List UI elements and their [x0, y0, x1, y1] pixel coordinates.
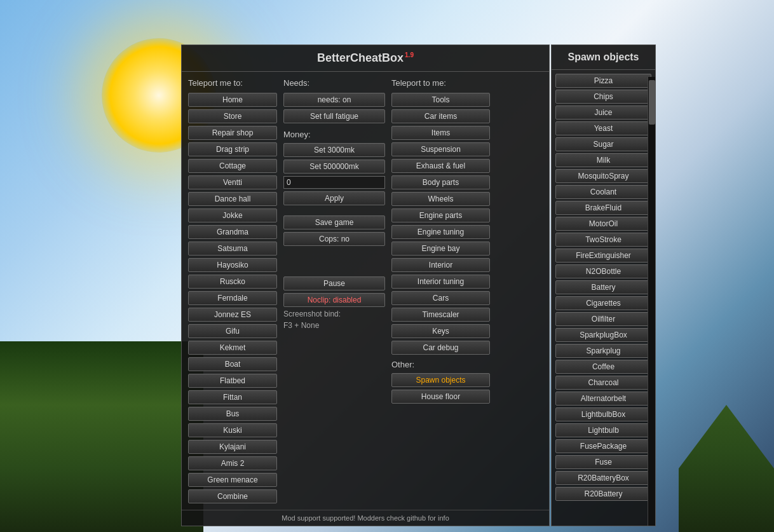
spawn-r20batterybox-btn[interactable]: R20BatteryBox [555, 471, 651, 485]
spawn-yeast-btn[interactable]: Yeast [555, 121, 651, 135]
teleport-ventti-btn[interactable]: Ventti [188, 175, 277, 189]
teleport-jokke-btn[interactable]: Jokke [188, 208, 277, 222]
teleport-kekmet-btn[interactable]: Kekmet [188, 341, 277, 355]
spawn-battery-btn[interactable]: Battery [555, 280, 651, 294]
footer-text: Mod support supported! Modders check git… [282, 514, 449, 522]
spawn-brakefluid-btn[interactable]: BrakeFluid [555, 201, 651, 215]
teleport-keys-btn[interactable]: Keys [391, 324, 490, 338]
spawn-milk-btn[interactable]: Milk [555, 153, 651, 167]
spawn-pizza-btn[interactable]: Pizza [555, 74, 651, 88]
set-500000mk-btn[interactable]: Set 500000mk [283, 160, 385, 174]
teleport-cottage-btn[interactable]: Cottage [188, 159, 277, 173]
teleport-kylajani-btn[interactable]: Kylajani [188, 440, 277, 454]
teleport-tools-btn[interactable]: Tools [391, 93, 490, 107]
teleport-me-label: Teleport to me: [391, 78, 490, 88]
main-container: BetterCheatBox1.9 Teleport me to: Home S… [181, 44, 656, 526]
noclip-btn[interactable]: Noclip: disabled [283, 293, 385, 307]
teleport-interiortuning-btn[interactable]: Interior tuning [391, 275, 490, 289]
spawn-sparkplugbox-btn[interactable]: SparkplugBox [555, 328, 651, 342]
teleport-store-btn[interactable]: Store [188, 109, 277, 123]
money-label: Money: [283, 130, 385, 139]
spawn-box-header: Spawn objects [552, 45, 655, 70]
teleport-to-label: Teleport me to: [188, 78, 277, 88]
teleport-ferndale-btn[interactable]: Ferndale [188, 291, 277, 305]
cheat-box-header: BetterCheatBox1.9 [182, 45, 549, 72]
teleport-bodyparts-btn[interactable]: Body parts [391, 175, 490, 189]
spawn-chips-btn[interactable]: Chips [555, 90, 651, 104]
teleport-home-btn[interactable]: Home [188, 93, 277, 107]
teleport-grandma-btn[interactable]: Grandma [188, 225, 277, 239]
teleport-enginetuning-btn[interactable]: Engine tuning [391, 225, 490, 239]
needs-column: Needs: needs: on Set full fatigue Money:… [283, 78, 385, 503]
teleport-amis2-btn[interactable]: Amis 2 [188, 456, 277, 470]
cheat-box-title: BetterCheatBox [317, 51, 404, 64]
teleport-cardebug-btn[interactable]: Car debug [391, 341, 490, 355]
screenshot-bind-label: Screenshot bind: [283, 310, 385, 318]
trees-left [0, 341, 203, 532]
spawn-lightbulbbox-btn[interactable]: LightbulbBox [555, 407, 651, 421]
teleport-to-column: Teleport me to: Home Store Repair shop D… [188, 78, 277, 503]
spawn-fuse-btn[interactable]: Fuse [555, 455, 651, 469]
save-game-btn[interactable]: Save game [283, 215, 385, 229]
teleport-jonnezES-btn[interactable]: Jonnez ES [188, 308, 277, 322]
scrollbar-track[interactable] [648, 77, 655, 526]
spawn-coolant-btn[interactable]: Coolant [555, 185, 651, 199]
pause-btn[interactable]: Pause [283, 276, 385, 290]
needs-on-btn[interactable]: needs: on [283, 93, 385, 107]
spawn-juice-btn[interactable]: Juice [555, 106, 651, 119]
spawn-sparkplug-btn[interactable]: Sparkplug [555, 344, 651, 358]
teleport-caritems-btn[interactable]: Car items [391, 109, 490, 123]
scrollbar-thumb[interactable] [649, 80, 655, 125]
teleport-dancehall-btn[interactable]: Dance hall [188, 192, 277, 206]
teleport-cars-btn[interactable]: Cars [391, 291, 490, 305]
version-badge: 1.9 [405, 51, 414, 58]
teleport-wheels-btn[interactable]: Wheels [391, 192, 490, 206]
spawn-twostroke-btn[interactable]: TwoStroke [555, 233, 651, 247]
teleport-hayosiko-btn[interactable]: Hayosiko [188, 258, 277, 272]
teleport-bus-btn[interactable]: Bus [188, 407, 277, 421]
teleport-satsuma-btn[interactable]: Satsuma [188, 242, 277, 256]
teleport-flatbed-btn[interactable]: Flatbed [188, 374, 277, 388]
spawn-box-content: Pizza Chips Juice Yeast Sugar Milk Mosqu… [552, 70, 655, 505]
spawn-n2obottle-btn[interactable]: N2OBottle [555, 264, 651, 278]
spawn-box-panel: Spawn objects Pizza Chips Juice Yeast Su… [551, 44, 656, 526]
spawn-r20battery-btn[interactable]: R20Battery [555, 487, 651, 501]
teleport-repairshop-btn[interactable]: Repair shop [188, 126, 277, 140]
teleport-exhaustfuel-btn[interactable]: Exhaust & fuel [391, 159, 490, 173]
spawn-cigarettes-btn[interactable]: Cigarettes [555, 296, 651, 310]
set-3000mk-btn[interactable]: Set 3000mk [283, 143, 385, 157]
screenshot-bind-value: F3 + None [283, 321, 385, 330]
spawn-alternatorbelt-btn[interactable]: Alternatorbelt [555, 392, 651, 406]
spawn-motoroil-btn[interactable]: MotorOil [555, 217, 651, 231]
spawn-lightbulb-btn[interactable]: Lightbulb [555, 423, 651, 437]
needs-label: Needs: [283, 78, 385, 88]
spawn-sugar-btn[interactable]: Sugar [555, 137, 651, 151]
spawn-charcoal-btn[interactable]: Charcoal [555, 376, 651, 390]
house-floor-btn[interactable]: House floor [391, 390, 490, 404]
teleport-enginebay-btn[interactable]: Engine bay [391, 242, 490, 256]
teleport-combine-btn[interactable]: Combine [188, 489, 277, 503]
money-input[interactable] [283, 176, 385, 189]
teleport-kuski-btn[interactable]: Kuski [188, 423, 277, 437]
set-fatigue-btn[interactable]: Set full fatigue [283, 109, 385, 123]
teleport-suspension-btn[interactable]: Suspension [391, 142, 490, 156]
teleport-dragstrip-btn[interactable]: Drag strip [188, 142, 277, 156]
teleport-boat-btn[interactable]: Boat [188, 357, 277, 371]
spawn-objects-btn[interactable]: Spawn objects [391, 373, 490, 387]
teleport-ruscko-btn[interactable]: Ruscko [188, 275, 277, 289]
teleport-engineparts-btn[interactable]: Engine parts [391, 208, 490, 222]
cheat-box-content: Teleport me to: Home Store Repair shop D… [182, 72, 549, 510]
spawn-fusepackage-btn[interactable]: FusePackage [555, 439, 651, 453]
apply-btn[interactable]: Apply [283, 191, 385, 205]
teleport-interior-btn[interactable]: Interior [391, 258, 490, 272]
spawn-oilfilter-btn[interactable]: Oilfilter [555, 312, 651, 326]
spawn-coffee-btn[interactable]: Coffee [555, 360, 651, 374]
teleport-items-btn[interactable]: Items [391, 126, 490, 140]
spawn-mosquitospray-btn[interactable]: MosquitoSpray [555, 169, 651, 183]
teleport-fittan-btn[interactable]: Fittan [188, 390, 277, 404]
teleport-gifu-btn[interactable]: Gifu [188, 324, 277, 338]
teleport-greenmenace-btn[interactable]: Green menace [188, 473, 277, 487]
cops-btn[interactable]: Cops: no [283, 232, 385, 246]
spawn-fireextinguisher-btn[interactable]: FireExtinguisher [555, 249, 651, 263]
teleport-timescaler-btn[interactable]: Timescaler [391, 308, 490, 322]
